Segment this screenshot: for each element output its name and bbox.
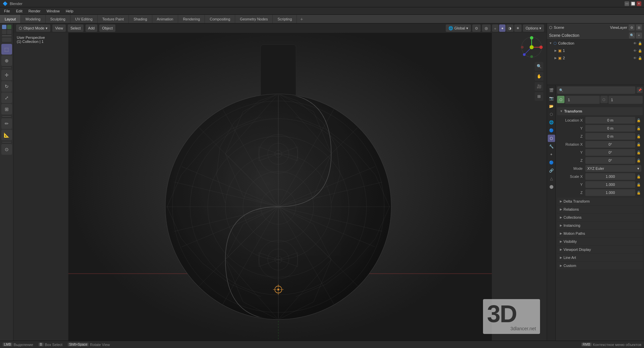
viewport-snap-btn[interactable]: ⊙ — [472, 24, 481, 32]
rotation-y-lock[interactable]: 🔓 — [636, 150, 641, 155]
scale-tool-button[interactable]: ⤢ — [1, 92, 12, 103]
viewport-gizmo[interactable] — [520, 36, 543, 59]
tab-modeling[interactable]: Modeling — [21, 15, 46, 23]
add-cube-button[interactable]: ⊙ — [1, 144, 12, 155]
location-y-lock[interactable]: 🔓 — [636, 126, 641, 131]
scene-options-btn[interactable]: ⚙ — [629, 24, 635, 30]
viewport-shading-render[interactable]: ☀ — [514, 24, 522, 32]
viewport-add-menu[interactable]: Add — [86, 24, 98, 32]
menu-window[interactable]: Window — [44, 8, 62, 14]
tab-scripting[interactable]: Scripting — [273, 15, 297, 23]
viewport-display-section[interactable]: ▶ Viewport Display — [557, 246, 643, 253]
prop-render-btn[interactable]: 📷 — [548, 94, 555, 102]
camera-button[interactable]: 🎥 — [535, 82, 543, 91]
outliner-restrict-2[interactable]: 🔒 — [638, 56, 642, 60]
select-tool-button[interactable]: ⬚ — [1, 44, 12, 55]
outliner-eye-1[interactable]: 👁 — [633, 49, 637, 53]
tab-geometry-nodes[interactable]: Geometry Nodes — [235, 15, 273, 23]
prop-data-btn[interactable]: △ — [548, 175, 555, 182]
prop-object-btn[interactable]: ⬡ — [548, 135, 555, 142]
motion-paths-section[interactable]: ▶ Motion Paths — [557, 230, 643, 237]
outliner-restrict-1[interactable]: 🔒 — [638, 49, 642, 53]
grid-button[interactable]: ⊞ — [535, 92, 543, 101]
tab-texture-paint[interactable]: Texture Paint — [98, 15, 129, 23]
instancing-section[interactable]: ▶ Instancing — [557, 222, 643, 229]
delta-transform-section[interactable]: ▶ Delta Transform — [557, 198, 643, 205]
collections-section[interactable]: ▶ Collections — [557, 214, 643, 221]
prop-data-name[interactable]: 1 — [608, 96, 643, 104]
prop-scene2-btn[interactable]: 🌐 — [548, 119, 555, 126]
tab-uv-editing[interactable]: UV Editing — [70, 15, 98, 23]
viewport-global-btn[interactable]: 🌐 Global ▾ — [446, 24, 471, 32]
scale-z-lock[interactable]: 🔓 — [636, 190, 641, 195]
menu-file[interactable]: File — [1, 8, 13, 14]
scale-x-input[interactable]: 1.000 — [585, 173, 635, 180]
viewport-shading-solid[interactable]: ● — [499, 24, 505, 32]
close-button[interactable]: ✕ — [637, 1, 641, 6]
outliner-filter-btn[interactable]: 🔍 — [629, 32, 635, 39]
viewport-shading-wire[interactable]: ⬦ — [492, 24, 498, 32]
scene-collapse-btn[interactable]: ⊞ — [636, 24, 642, 30]
prop-physics-btn[interactable]: 🔵 — [548, 159, 555, 166]
rotation-mode-select[interactable]: XYZ Euler ▾ — [585, 165, 641, 172]
tab-animation[interactable]: Animation — [152, 15, 178, 23]
scale-z-input[interactable]: 1.000 — [585, 189, 635, 196]
rotation-x-input[interactable]: 0° — [585, 141, 635, 148]
location-x-input[interactable]: 0 m — [585, 117, 635, 124]
tab-add-button[interactable]: + — [297, 15, 306, 23]
annotate-tool-button[interactable]: ✏ — [1, 118, 12, 129]
rotation-z-input[interactable]: 0° — [585, 157, 635, 164]
menu-render[interactable]: Render — [26, 8, 43, 14]
rotation-x-lock[interactable]: 🔓 — [636, 142, 641, 147]
outliner-item-2[interactable]: ▶ ▣ 2 👁 🔒 — [547, 54, 644, 62]
viewport-view-menu[interactable]: View — [52, 24, 66, 32]
prop-view-layer-btn[interactable]: ⬡ — [548, 111, 555, 118]
prop-world-btn[interactable]: 🔵 — [548, 127, 555, 134]
scale-y-lock[interactable]: 🔓 — [636, 182, 641, 187]
prop-material-btn[interactable]: ⬤ — [548, 183, 555, 190]
minimize-button[interactable]: — — [625, 1, 629, 6]
prop-output-btn[interactable]: 📂 — [548, 102, 555, 110]
viewport-mode-selector[interactable]: ⬡ Object Mode ▾ — [16, 24, 50, 32]
measure-tool-button[interactable]: 📐 — [1, 130, 12, 140]
viewport[interactable]: ⬡ Object Mode ▾ View Select Add Object 🌐… — [13, 23, 547, 341]
line-art-section[interactable]: ▶ Line Art — [557, 254, 643, 261]
maximize-button[interactable]: ⬜ — [631, 1, 635, 6]
visibility-section[interactable]: ▶ Visibility — [557, 238, 643, 245]
outliner-item-1[interactable]: ▶ ▣ 1 👁 🔒 — [547, 47, 644, 54]
prop-constraints-btn[interactable]: 🔗 — [548, 167, 555, 174]
outliner-item-collection[interactable]: ▼ ⬡ Collection 👁 🔒 — [547, 40, 644, 47]
zoom-in-button[interactable]: 🔍 — [535, 62, 543, 71]
prop-object-name[interactable]: 1 — [565, 96, 600, 104]
hand-tool-button[interactable]: ✋ — [535, 72, 543, 81]
tab-compositing[interactable]: Compositing — [205, 15, 235, 23]
tab-rendering[interactable]: Rendering — [178, 15, 205, 23]
location-z-input[interactable]: 0 m — [585, 133, 635, 140]
rotation-z-lock[interactable]: 🔓 — [636, 158, 641, 163]
move-tool-button[interactable]: ✛ — [1, 70, 12, 80]
prop-pin-btn[interactable]: 📌 — [637, 87, 643, 93]
rotation-y-input[interactable]: 0° — [585, 149, 635, 156]
outliner-eye-2[interactable]: 👁 — [633, 56, 637, 60]
viewport-shading-material[interactable]: ◑ — [506, 24, 514, 32]
location-y-input[interactable]: 0 m — [585, 125, 635, 132]
titlebar-controls[interactable]: — ⬜ ✕ — [625, 1, 641, 6]
outliner-restrict-icon[interactable]: 🔒 — [638, 42, 642, 45]
outliner-eye-icon[interactable]: 👁 — [633, 42, 637, 45]
tab-sculpting[interactable]: Sculpting — [46, 15, 70, 23]
prop-particles-btn[interactable]: ✦ — [548, 151, 555, 158]
relations-section[interactable]: ▶ Relations — [557, 206, 643, 213]
menu-help[interactable]: Help — [63, 8, 76, 14]
rotate-tool-button[interactable]: ↻ — [1, 81, 12, 92]
transform-section-header[interactable]: ▼ Transform — [557, 107, 643, 115]
viewport-options-btn[interactable]: Options ▾ — [523, 24, 544, 32]
outliner-add-btn[interactable]: + — [636, 32, 642, 39]
custom-section[interactable]: ▶ Custom — [557, 262, 643, 269]
prop-scene-btn[interactable]: 🎬 — [548, 86, 555, 94]
viewport-select-menu[interactable]: Select — [68, 24, 84, 32]
tab-shading[interactable]: Shading — [129, 15, 152, 23]
menu-edit[interactable]: Edit — [13, 8, 25, 14]
prop-search-bar[interactable]: 🔍 — [557, 86, 635, 94]
tab-layout[interactable]: Layout — [0, 15, 21, 23]
scale-x-lock[interactable]: 🔓 — [636, 174, 641, 179]
